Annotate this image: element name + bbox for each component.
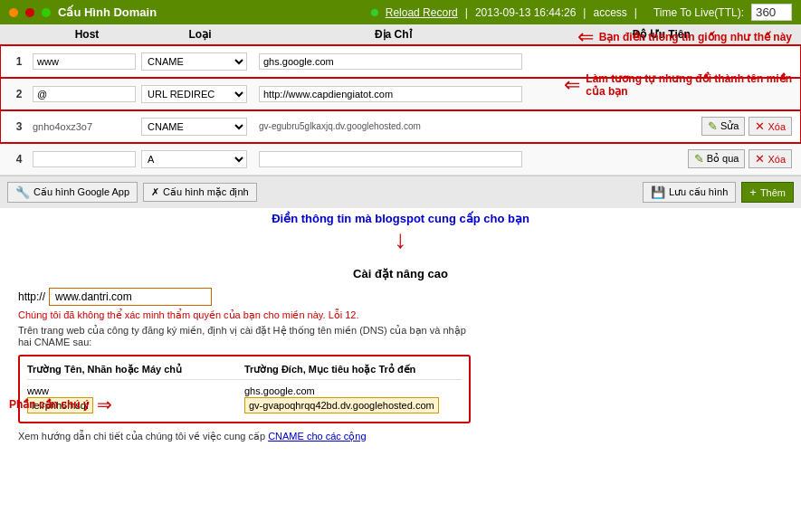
row-loai-3[interactable]: CNAME — [141, 118, 259, 136]
row-loai-4[interactable]: A — [141, 150, 259, 168]
google-icon: 🔧 — [15, 185, 30, 199]
row-diachi-1[interactable] — [259, 53, 528, 70]
access-label: access — [593, 6, 626, 19]
google-app-label: Cấu hình Google App — [33, 186, 129, 198]
reload-label[interactable]: Reload Record — [386, 6, 458, 19]
skip-icon: ✎ — [694, 152, 704, 166]
xoa-button-4[interactable]: ✕ Xóa — [749, 149, 792, 168]
row-host-4[interactable] — [33, 151, 141, 167]
row-actions-3: ✎ Sửa ✕ Xóa — [528, 117, 796, 136]
host-input-4[interactable] — [33, 151, 136, 167]
error-text: Chúng tôi đã không thể xác minh thẩm quy… — [18, 309, 783, 321]
host-input-1[interactable] — [33, 53, 136, 70]
mac-dinh-button[interactable]: ✗ Cấu hình mặc định — [143, 183, 257, 202]
table-header: Host Loại Địa Chỉ Độ Ưu Tiên — [0, 24, 801, 45]
x-icon-4: ✕ — [755, 152, 765, 166]
mac-dinh-label: Cấu hình mặc định — [163, 186, 249, 198]
dot-red — [25, 8, 34, 17]
phan-annotation: Phần cần chú ý ⇒ — [9, 394, 112, 415]
row-diachi-3: gv-egubru5glkaxjq.dv.googlehosted.com — [259, 121, 528, 131]
separator: | — [465, 6, 468, 19]
bottom-text: Xem hướng dẫn chi tiết của chúng tôi về … — [18, 431, 471, 442]
col-diachi-header: Địa Chỉ — [259, 28, 528, 41]
http-input[interactable] — [49, 288, 212, 306]
bottom-text-label: Xem hướng dẫn chi tiết của chúng tôi về … — [18, 431, 265, 442]
col-num-header — [5, 28, 33, 41]
diachi-input-1[interactable] — [259, 53, 522, 70]
cname-header-right-text: Trường Đích, Mục tiêu hoặc Trỏ đến — [244, 364, 415, 375]
down-arrow: ↓ — [0, 225, 801, 254]
row-num-2: 2 — [5, 88, 33, 100]
loai-select-4[interactable]: A — [141, 150, 247, 168]
boqua-label: Bỏ qua — [707, 153, 739, 165]
diachi-input-2[interactable] — [259, 86, 522, 102]
page-title: Cấu Hình Domain — [58, 5, 157, 19]
desc-text: Trên trang web của công ty đăng ký miền,… — [18, 325, 471, 347]
row-loai-1[interactable]: CNAME — [141, 52, 259, 71]
dot-green — [42, 8, 51, 17]
cname-header-right: Trường Đích, Mục tiêu hoặc Trỏ đến — [244, 364, 462, 375]
row-host-2[interactable] — [33, 86, 141, 102]
xoa-label-4: Xóa — [768, 154, 786, 165]
x-icon-3: ✕ — [755, 119, 765, 133]
cname-header-left: Trường Tên, Nhãn hoặc Máy chủ — [27, 364, 244, 375]
table-row: 3 gnho4oxz3o7 CNAME gv-egubru5glkaxjq.dv… — [0, 110, 801, 143]
col-host-header: Host — [33, 28, 141, 41]
row-host-3: gnho4oxz3o7 — [33, 121, 141, 132]
bottom-link[interactable]: CNAME cho các cộng — [268, 431, 366, 442]
xoa-label-3: Xóa — [768, 121, 786, 132]
right-arrow-phan: ⇒ — [97, 394, 112, 415]
col-uutien-header: Độ Ưu Tiên — [528, 28, 796, 41]
loai-select-1[interactable]: CNAME — [141, 52, 247, 71]
diachi-input-4[interactable] — [259, 151, 522, 167]
plus-icon: + — [749, 185, 757, 199]
adv-http-row: http:// — [18, 288, 783, 306]
edit-icon: ✎ — [708, 119, 718, 133]
row-diachi-2[interactable] — [259, 86, 528, 102]
sua-button-3[interactable]: ✎ Sửa — [701, 117, 745, 136]
http-label: http:// — [18, 290, 45, 303]
them-button[interactable]: + Thêm — [741, 182, 794, 203]
annotation-3-area: Điền thông tin mà blogspot cung cấp cho … — [0, 208, 801, 258]
ann-text-3: Điền thông tin mà blogspot cung cấp cho … — [272, 212, 529, 225]
row-host-1[interactable] — [33, 53, 141, 70]
row-num-4: 4 — [5, 153, 33, 166]
cname-highlighted-right: gv-gvapoqhrqq42bd.dv.googlehosted.com — [244, 397, 439, 413]
advanced-section: Cài đặt nâng cao http:// Chúng tôi đã kh… — [0, 258, 801, 451]
separator2: | — [583, 6, 586, 19]
row-loai-2[interactable]: URL REDIREC — [141, 85, 259, 103]
wrench-icon: ✗ — [151, 186, 159, 198]
row-num-1: 1 — [5, 55, 33, 68]
table-row: 1 CNAME — [0, 45, 801, 78]
them-label: Thêm — [760, 187, 786, 198]
ttl-label: Time To Live(TTL): — [653, 6, 744, 19]
timestamp: 2013-09-13 16:44:26 — [475, 6, 576, 19]
cname-header: Trường Tên, Nhãn hoặc Máy chủ Trường Đíc… — [27, 364, 462, 380]
row-num-3: 3 — [5, 120, 33, 133]
dot-orange — [9, 8, 18, 17]
host-input-2[interactable] — [33, 86, 136, 102]
row-actions-4: ✎ Bỏ qua ✕ Xóa — [528, 149, 796, 168]
cname-row2-right: gv-gvapoqhrqq42bd.dv.googlehosted.com — [244, 400, 462, 411]
row-diachi-4[interactable] — [259, 151, 528, 167]
xoa-button-3[interactable]: ✕ Xóa — [749, 117, 792, 136]
boqua-button-4[interactable]: ✎ Bỏ qua — [688, 149, 746, 168]
luu-button[interactable]: 💾 Lưu cấu hình — [643, 182, 736, 203]
cname-row1-right: ghs.google.com — [244, 385, 462, 396]
loai-select-3[interactable]: CNAME — [141, 118, 247, 136]
table-row: 4 A ✎ Bỏ qua ✕ Xóa — [0, 143, 801, 176]
table-row: 2 URL REDIREC — [0, 78, 801, 110]
reload-dot — [371, 9, 378, 16]
google-app-button[interactable]: 🔧 Cấu hình Google App — [7, 182, 138, 203]
cname-header-left-text: Trường Tên, Nhãn hoặc Máy chủ — [27, 364, 182, 375]
ttl-input[interactable] — [751, 4, 792, 21]
top-bar: Cấu Hình Domain Reload Record | 2013-09-… — [0, 0, 801, 24]
sua-label: Sửa — [720, 120, 739, 132]
top-bar-mid: Reload Record | 2013-09-13 16:44:26 | ac… — [371, 4, 792, 21]
phan-label: Phần cần chú ý — [9, 398, 90, 411]
save-icon: 💾 — [651, 185, 665, 199]
separator3: | — [634, 6, 637, 19]
luu-label: Lưu cấu hình — [669, 186, 728, 198]
loai-select-2[interactable]: URL REDIREC — [141, 85, 247, 103]
advanced-title: Cài đặt nâng cao — [18, 267, 783, 280]
